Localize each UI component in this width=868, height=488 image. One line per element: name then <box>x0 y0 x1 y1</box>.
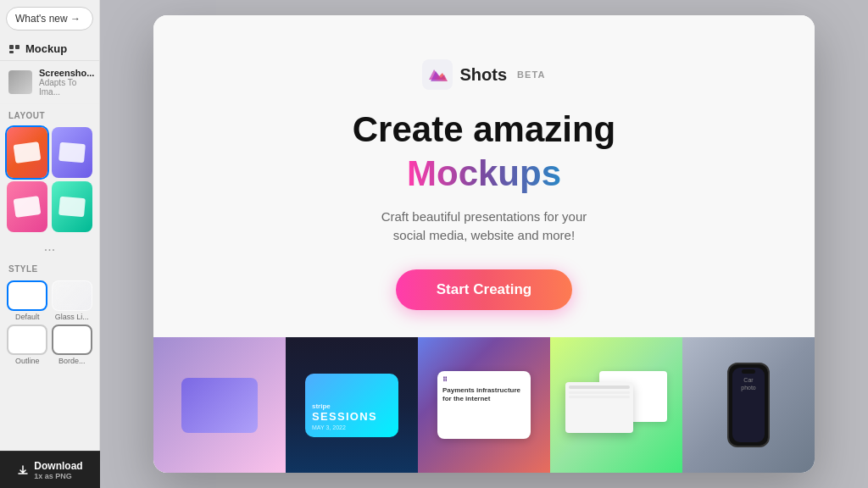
layout-item-3[interactable] <box>7 181 47 232</box>
style-label: STYLE <box>0 258 99 277</box>
shots-logo-icon <box>422 59 453 90</box>
sidebar: What's new → Mockup Screensho... Adapts … <box>0 0 100 488</box>
style-border-label: Borde... <box>58 357 86 365</box>
style-border[interactable]: Borde... <box>52 324 93 365</box>
stripe-sessions-text: SESSIONS <box>312 410 392 423</box>
preview-item-4 <box>550 337 682 473</box>
style-outline[interactable]: Outline <box>7 324 48 365</box>
layout-card-4 <box>58 197 86 218</box>
preview-strip: stripe SESSIONS MAY 3, 2022 ⠿ Payments i… <box>153 337 815 473</box>
modal-subtext: Craft beautiful presentations for your s… <box>381 208 587 246</box>
mockup-icon <box>8 43 20 55</box>
layout-label: LAYOUT <box>0 104 99 124</box>
stripe-sessions-card: stripe SESSIONS MAY 3, 2022 <box>305 374 398 437</box>
download-icon <box>17 464 29 476</box>
style-glass-label: Glass Li... <box>55 313 89 321</box>
style-grid: Default Glass Li... Outline Borde... <box>0 277 99 369</box>
style-default-label: Default <box>15 313 40 321</box>
screenshot-info: Screensho... Adapts To Ima... <box>39 68 94 97</box>
layout-item-1[interactable] <box>7 127 47 178</box>
svg-rect-1 <box>15 45 19 49</box>
website-card-front <box>565 382 633 433</box>
whats-new-label: What's new → <box>15 13 81 25</box>
style-box-default <box>7 280 47 311</box>
preview-inner-3: ⠿ Payments infrastructure for the intern… <box>418 337 550 473</box>
modal-backdrop: Shots BETA Create amazing Mockups Craft … <box>100 0 868 488</box>
screenshot-title: Screensho... <box>39 68 94 78</box>
shots-beta-badge: BETA <box>517 69 546 80</box>
modal-headline-line1: Create amazing <box>353 110 615 149</box>
layout-card-3 <box>14 196 42 218</box>
payments-mockup: ⠿ Payments infrastructure for the intern… <box>437 371 531 439</box>
download-label-wrap: Download 1x as PNG <box>34 460 82 480</box>
style-glass[interactable]: Glass Li... <box>52 280 93 321</box>
shots-logo: Shots BETA <box>422 59 545 90</box>
modal-subtext-line1: Craft beautiful presentations for your <box>381 209 587 224</box>
website-mockup <box>565 367 667 443</box>
download-label: Download <box>34 460 82 472</box>
phone-mockup: Car photo <box>727 363 770 447</box>
more-label: ... <box>44 239 55 254</box>
preview-item-2: stripe SESSIONS MAY 3, 2022 <box>286 337 418 473</box>
layout-card-2 <box>58 142 86 164</box>
svg-rect-2 <box>9 51 14 53</box>
modal-subtext-line2: social media, website and more! <box>393 228 575 242</box>
style-default[interactable]: Default <box>7 280 48 321</box>
preview-item-3: ⠿ Payments infrastructure for the intern… <box>418 337 550 473</box>
mockup-section: Mockup <box>0 37 99 61</box>
preview-inner-2: stripe SESSIONS MAY 3, 2022 <box>286 337 418 473</box>
preview-item-5: Car photo <box>682 337 815 473</box>
screenshot-item[interactable]: Screensho... Adapts To Ima... <box>0 61 99 104</box>
preview-inner-4 <box>550 337 682 473</box>
layout-card-1 <box>14 141 42 164</box>
start-creating-button[interactable]: Start Creating <box>396 269 572 310</box>
modal-dialog: Shots BETA Create amazing Mockups Craft … <box>153 15 815 473</box>
layout-item-4[interactable] <box>52 181 92 232</box>
more-layouts-button[interactable]: ... <box>0 236 99 258</box>
screenshot-thumbnail <box>8 70 32 94</box>
stripe-date: MAY 3, 2022 <box>312 424 392 430</box>
shots-logo-text: Shots <box>459 65 507 85</box>
download-sub: 1x as PNG <box>34 472 82 480</box>
stripe-logo: stripe <box>312 402 392 410</box>
layout-item-2[interactable] <box>52 127 92 178</box>
screenshot-subtitle: Adapts To Ima... <box>39 78 94 97</box>
download-button[interactable]: Download 1x as PNG <box>0 451 100 488</box>
whats-new-button[interactable]: What's new → <box>6 7 93 30</box>
style-box-outline <box>7 324 47 355</box>
style-outline-label: Outline <box>15 357 40 365</box>
payments-title: Payments infrastructure for the internet <box>442 386 526 404</box>
preview-inner-5: Car photo <box>682 337 815 473</box>
phone-screen: Car photo <box>732 368 765 442</box>
svg-rect-0 <box>9 45 14 49</box>
phone-notch <box>742 369 755 374</box>
payments-header: ⠿ <box>442 376 526 384</box>
modal-headline-line2: Mockups <box>407 153 561 194</box>
layout-grid <box>0 124 99 236</box>
preview-inner-1 <box>153 337 286 473</box>
style-box-glass <box>52 280 92 311</box>
style-box-border <box>52 324 92 355</box>
preview-item-1 <box>153 337 286 473</box>
modal-top: Shots BETA Create amazing Mockups Craft … <box>153 15 815 337</box>
mockup-label: Mockup <box>25 42 67 55</box>
